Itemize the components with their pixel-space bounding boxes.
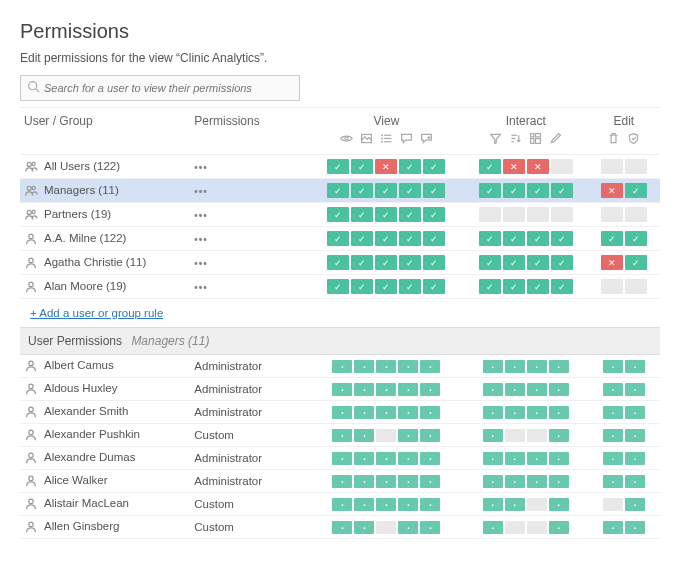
permission-cell[interactable] [625,498,645,511]
permission-cell[interactable] [351,183,373,198]
permission-cell[interactable] [551,183,573,198]
permission-cell[interactable] [332,406,352,419]
permission-cell[interactable] [527,406,547,419]
permission-cell[interactable] [505,360,525,373]
permission-cell[interactable] [601,255,623,270]
permission-cell[interactable] [603,406,623,419]
permission-cell[interactable] [327,183,349,198]
search-box[interactable] [20,75,300,101]
permission-cell[interactable] [483,498,503,511]
permission-cell[interactable] [601,207,623,222]
permission-cell[interactable] [527,279,549,294]
permission-cell[interactable] [603,360,623,373]
permission-cell[interactable] [483,429,503,442]
permission-cell[interactable] [625,360,645,373]
permission-cell[interactable] [376,360,396,373]
permission-cell[interactable] [483,475,503,488]
rule-row[interactable]: A.A. Milne (122)••• [20,227,660,251]
permission-cell[interactable] [398,452,418,465]
permission-cell[interactable] [505,406,525,419]
permission-cell[interactable] [603,521,623,534]
permission-cell[interactable] [420,383,440,396]
permission-cell[interactable] [399,159,421,174]
permission-cell[interactable] [351,159,373,174]
permission-cell[interactable] [505,521,525,534]
permission-cell[interactable] [625,452,645,465]
rule-row[interactable]: Agatha Christie (11)••• [20,251,660,275]
permission-cell[interactable] [549,498,569,511]
permission-cell[interactable] [625,183,647,198]
permission-cell[interactable] [527,255,549,270]
permission-cell[interactable] [549,521,569,534]
permission-cell[interactable] [503,279,525,294]
permission-cell[interactable] [420,521,440,534]
permission-cell[interactable] [527,183,549,198]
permission-cell[interactable] [351,231,373,246]
permission-cell[interactable] [398,406,418,419]
permission-cell[interactable] [327,207,349,222]
permission-cell[interactable] [505,452,525,465]
permission-cell[interactable] [551,207,573,222]
permission-cell[interactable] [399,183,421,198]
permission-cell[interactable] [479,159,501,174]
permission-cell[interactable] [625,207,647,222]
permission-cell[interactable] [423,159,445,174]
permission-cell[interactable] [551,255,573,270]
permission-cell[interactable] [527,452,547,465]
permission-cell[interactable] [375,183,397,198]
permission-cell[interactable] [399,207,421,222]
permission-cell[interactable] [399,255,421,270]
rule-menu-icon[interactable]: ••• [194,186,208,197]
permission-cell[interactable] [354,475,374,488]
member-row[interactable]: Alexander PushkinCustom [20,424,660,447]
permission-cell[interactable] [527,360,547,373]
permission-cell[interactable] [398,521,418,534]
permission-cell[interactable] [483,406,503,419]
permission-cell[interactable] [527,521,547,534]
permission-cell[interactable] [423,255,445,270]
permission-cell[interactable] [327,159,349,174]
rule-menu-icon[interactable]: ••• [194,282,208,293]
permission-cell[interactable] [549,383,569,396]
member-row[interactable]: Aldous HuxleyAdministrator [20,378,660,401]
permission-cell[interactable] [376,475,396,488]
permission-cell[interactable] [527,231,549,246]
rule-menu-icon[interactable]: ••• [194,234,208,245]
rule-row[interactable]: Partners (19)••• [20,203,660,227]
permission-cell[interactable] [332,452,352,465]
permission-cell[interactable] [332,475,352,488]
permission-cell[interactable] [375,255,397,270]
permission-cell[interactable] [527,207,549,222]
member-row[interactable]: Alexandre DumasAdministrator [20,447,660,470]
permission-cell[interactable] [332,383,352,396]
permission-cell[interactable] [354,521,374,534]
permission-cell[interactable] [375,231,397,246]
permission-cell[interactable] [354,498,374,511]
permission-cell[interactable] [420,498,440,511]
permission-cell[interactable] [423,207,445,222]
permission-cell[interactable] [551,231,573,246]
permission-cell[interactable] [398,475,418,488]
permission-cell[interactable] [479,207,501,222]
permission-cell[interactable] [625,159,647,174]
permission-cell[interactable] [549,360,569,373]
permission-cell[interactable] [503,207,525,222]
permission-cell[interactable] [603,429,623,442]
permission-cell[interactable] [398,429,418,442]
permission-cell[interactable] [479,279,501,294]
permission-cell[interactable] [479,255,501,270]
permission-cell[interactable] [483,360,503,373]
permission-cell[interactable] [423,279,445,294]
permission-cell[interactable] [420,429,440,442]
member-row[interactable]: Alexander SmithAdministrator [20,401,660,424]
permission-cell[interactable] [601,231,623,246]
permission-cell[interactable] [503,255,525,270]
permission-cell[interactable] [376,429,396,442]
permission-cell[interactable] [603,452,623,465]
permission-cell[interactable] [354,406,374,419]
permission-cell[interactable] [327,255,349,270]
permission-cell[interactable] [603,383,623,396]
permission-cell[interactable] [625,279,647,294]
permission-cell[interactable] [601,159,623,174]
permission-cell[interactable] [505,383,525,396]
